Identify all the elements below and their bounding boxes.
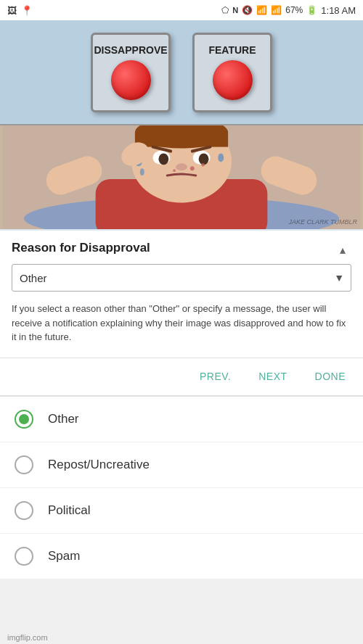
svg-point-16 — [218, 153, 224, 162]
gallery-icon: 🖼 — [7, 5, 17, 16]
option-repost[interactable]: Repost/Uncreative — [0, 442, 363, 488]
option-label-spam: Spam — [48, 549, 80, 564]
done-button[interactable]: DONE — [312, 365, 348, 388]
mute-icon: 🔇 — [242, 5, 253, 15]
radio-spam[interactable] — [15, 547, 33, 566]
info-text: If you select a reason other than "Other… — [12, 302, 351, 344]
status-bar: 🖼 📍 ⬠ N 🔇 📶 📶 67% 🔋 1:18 AM — [0, 0, 363, 20]
jake-watermark: JAKE CLARK TUMBLR — [288, 218, 357, 226]
svg-point-10 — [199, 153, 209, 165]
imgflip-watermark: imgflip.com — [7, 633, 48, 642]
form-title: Reason for Disapproval — [12, 241, 351, 255]
svg-point-13 — [176, 163, 187, 170]
option-spam[interactable]: Spam — [0, 534, 363, 579]
meme-button-feature: FEATURE — [192, 33, 272, 112]
radio-political[interactable] — [15, 501, 33, 520]
radio-other[interactable] — [15, 410, 33, 429]
radio-inner-other — [19, 414, 29, 424]
meme-bottom-panel: JAKE CLARK TUMBLR — [0, 125, 363, 229]
svg-point-18 — [173, 169, 176, 172]
battery-icon: 🔋 — [306, 5, 317, 15]
nav-bar: PREV. NEXT DONE — [0, 358, 363, 395]
svg-point-9 — [158, 153, 168, 165]
meme-buttons: DISSAPPROVE FEATURE — [91, 33, 272, 112]
option-label-other: Other — [48, 412, 79, 426]
signal-icon: 📶 — [271, 5, 282, 15]
dropdown-container[interactable]: Other Repost/Uncreative Political Spam ▼ — [12, 264, 351, 292]
option-other[interactable]: Other — [0, 397, 363, 442]
meme-button-disapprove: DISSAPPROVE — [91, 33, 171, 112]
svg-point-15 — [140, 168, 144, 176]
meme-red-button-left — [111, 60, 151, 100]
bluetooth-icon: ⬠ — [221, 5, 229, 15]
prev-button[interactable]: PREV. — [197, 365, 234, 388]
status-left-icons: 🖼 📍 — [7, 5, 33, 16]
next-button[interactable]: NEXT — [256, 365, 290, 388]
reason-dropdown[interactable]: Other Repost/Uncreative Political Spam — [12, 264, 351, 292]
meme-red-button-right — [213, 60, 253, 100]
battery-level: 67% — [285, 5, 303, 15]
form-area: Reason for Disapproval ▴ Other Repost/Un… — [0, 231, 363, 358]
collapse-arrow[interactable]: ▴ — [334, 241, 351, 258]
svg-point-19 — [201, 163, 205, 167]
wifi-icon: 📶 — [256, 5, 267, 15]
nfc-icon: N — [232, 6, 238, 15]
option-political[interactable]: Political — [0, 488, 363, 534]
svg-rect-6 — [135, 133, 228, 147]
meme-top-panel: DISSAPPROVE FEATURE — [0, 20, 363, 125]
meme-person-svg — [0, 125, 363, 229]
radio-repost[interactable] — [15, 455, 33, 474]
option-label-political: Political — [48, 503, 91, 518]
option-label-repost: Repost/Uncreative — [48, 458, 150, 472]
meme-image: DISSAPPROVE FEATURE — [0, 20, 363, 231]
dropdown-overlay: Other Repost/Uncreative Political Spam — [0, 396, 363, 579]
time-display: 1:18 AM — [321, 5, 356, 16]
svg-point-17 — [190, 166, 195, 170]
status-right-icons: ⬠ N 🔇 📶 📶 67% 🔋 1:18 AM — [221, 5, 356, 16]
location-icon: 📍 — [21, 5, 33, 16]
